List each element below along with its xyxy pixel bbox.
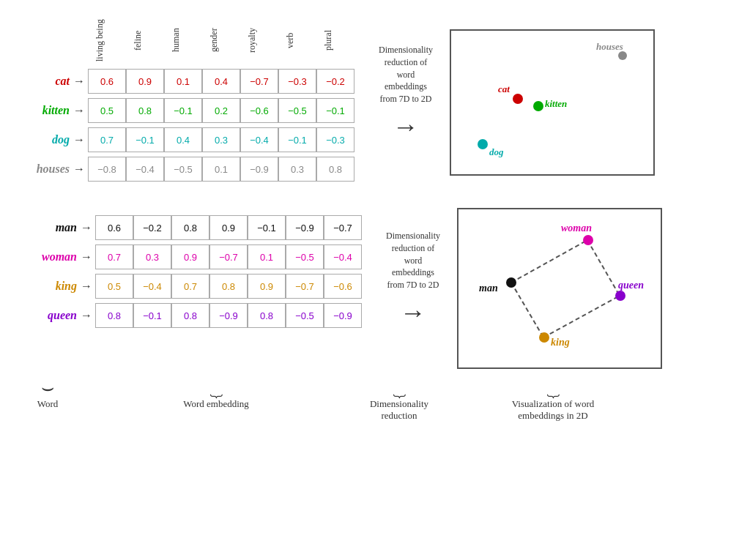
brace-viz-symbol: ⏟	[547, 378, 560, 398]
arrow-queen: →	[81, 309, 92, 322]
brace-embedding-symbol: ⏟	[210, 378, 223, 398]
arrow-kitten: →	[73, 104, 85, 117]
cell-cat-1: 0.9	[126, 69, 164, 94]
col-header-plural: plural	[309, 15, 347, 66]
svg-line-2	[543, 296, 620, 337]
svg-line-1	[511, 283, 543, 337]
bottom-section: man → 0.6 −0.2 0.8 0.9 −0.1 −0.9 −0.7 wo…	[15, 208, 743, 369]
cell-woman-4: 0.1	[248, 244, 286, 269]
dot-kitten	[533, 101, 543, 111]
cell-houses-2: −0.5	[164, 157, 202, 182]
label-queen-scatter: queen	[618, 280, 644, 291]
cell-man-3: 0.9	[209, 215, 248, 240]
label-cat-scatter: cat	[498, 83, 510, 95]
top-section: living being feline human gender royalty…	[7, 15, 743, 186]
cell-man-0: 0.6	[95, 215, 133, 240]
cell-woman-5: −0.5	[286, 244, 324, 269]
label-word-embedding: Word embedding	[183, 398, 249, 410]
cell-queen-6: −0.9	[324, 303, 362, 328]
cell-cat-5: −0.3	[278, 69, 316, 94]
row-dog: dog → 0.7 −0.1 0.4 0.3 −0.4 −0.1 −0.3	[15, 127, 354, 152]
cell-man-6: −0.7	[324, 215, 362, 240]
col-header-human: human	[157, 15, 195, 66]
cell-king-2: 0.7	[171, 274, 209, 299]
top-table: living being feline human gender royalty…	[15, 15, 354, 186]
cell-king-5: −0.7	[286, 274, 324, 299]
word-cat: cat	[15, 75, 73, 88]
cell-man-2: 0.8	[171, 215, 209, 240]
cell-houses-4: −0.9	[240, 157, 278, 182]
arrow-woman: →	[81, 250, 92, 264]
dot-man	[506, 277, 516, 288]
cell-kitten-5: −0.5	[278, 98, 316, 123]
row-queen: queen → 0.8 −0.1 0.8 −0.9 0.8 −0.5 −0.9	[22, 303, 362, 328]
cell-king-3: 0.8	[209, 274, 248, 299]
cell-kitten-1: 0.8	[126, 98, 164, 123]
dot-cat	[513, 94, 523, 104]
row-houses: houses → −0.8 −0.4 −0.5 0.1 −0.9 0.3 0.8	[15, 157, 354, 182]
top-col-headers: living being feline human gender royalty…	[81, 15, 354, 66]
main-container: living being feline human gender royalty…	[0, 0, 750, 560]
svg-line-3	[587, 240, 620, 296]
col-header-gender: gender	[195, 15, 233, 66]
cell-man-5: −0.9	[286, 215, 324, 240]
cell-houses-3: 0.1	[202, 157, 240, 182]
cell-woman-3: −0.7	[209, 244, 248, 269]
dot-king	[539, 332, 549, 343]
brace-visualization: ⏟ Visualization of wordembeddings in 2D	[447, 378, 659, 422]
reduction-text-bottom: Dimensionalityreduction ofwordembeddings…	[386, 230, 440, 291]
label-houses-scatter: houses	[596, 41, 623, 53]
arrow-houses: →	[73, 163, 85, 176]
col-header-living-being: living being	[81, 15, 119, 66]
brace-word: ⌣ Word	[15, 378, 81, 410]
cell-cat-0: 0.6	[88, 69, 126, 94]
cell-queen-2: 0.8	[171, 303, 209, 328]
cell-dog-6: −0.3	[316, 127, 354, 152]
cell-kitten-0: 0.5	[88, 98, 126, 123]
bottom-table: man → 0.6 −0.2 0.8 0.9 −0.1 −0.9 −0.7 wo…	[22, 215, 362, 332]
arrow-man: →	[81, 221, 92, 234]
reduction-text-top: Dimensionalityreduction ofwordembeddings…	[379, 44, 433, 105]
cell-kitten-6: −0.1	[316, 98, 354, 123]
word-dog: dog	[15, 133, 73, 146]
cell-dog-3: 0.3	[202, 127, 240, 152]
cell-dog-1: −0.1	[126, 127, 164, 152]
word-woman: woman	[22, 250, 81, 264]
word-man: man	[22, 221, 81, 234]
cell-queen-1: −0.1	[133, 303, 171, 328]
reduction-area-top: Dimensionalityreduction ofwordembeddings…	[362, 44, 450, 142]
word-king: king	[22, 280, 81, 293]
scatter-bottom: woman man queen king	[457, 208, 662, 369]
cell-king-6: −0.6	[324, 274, 362, 299]
row-king: king → 0.5 −0.4 0.7 0.8 0.9 −0.7 −0.6	[22, 274, 362, 299]
cell-dog-2: 0.4	[164, 127, 202, 152]
cell-houses-1: −0.4	[126, 157, 164, 182]
brace-dim-reduction: ⏟ Dimensionalityreduction	[352, 378, 447, 422]
cell-queen-3: −0.9	[209, 303, 248, 328]
cell-queen-4: 0.8	[248, 303, 286, 328]
row-cat: cat → 0.6 0.9 0.1 0.4 −0.7 −0.3 −0.2	[15, 69, 354, 94]
dot-queen	[615, 291, 625, 301]
scatter-top: houses cat kitten dog	[450, 29, 655, 176]
cell-king-4: 0.9	[248, 274, 286, 299]
cell-dog-4: −0.4	[240, 127, 278, 152]
col-header-feline: feline	[119, 15, 157, 66]
cell-cat-2: 0.1	[164, 69, 202, 94]
svg-line-0	[511, 240, 587, 283]
cell-kitten-4: −0.6	[240, 98, 278, 123]
cell-king-0: 0.5	[95, 274, 133, 299]
reduction-area-bottom: Dimensionalityreduction ofwordembeddings…	[369, 230, 457, 328]
arrow-king: →	[81, 280, 92, 293]
cell-houses-6: 0.8	[316, 157, 354, 182]
big-arrow-top: →	[393, 111, 419, 142]
cell-houses-0: −0.8	[88, 157, 126, 182]
cell-king-1: −0.4	[133, 274, 171, 299]
cell-kitten-2: −0.1	[164, 98, 202, 123]
dot-dog	[478, 139, 488, 149]
cell-dog-0: 0.7	[88, 127, 126, 152]
word-queen: queen	[22, 309, 81, 322]
cell-queen-5: −0.5	[286, 303, 324, 328]
cell-cat-6: −0.2	[316, 69, 354, 94]
row-man: man → 0.6 −0.2 0.8 0.9 −0.1 −0.9 −0.7	[22, 215, 362, 240]
word-houses: houses	[15, 163, 73, 176]
